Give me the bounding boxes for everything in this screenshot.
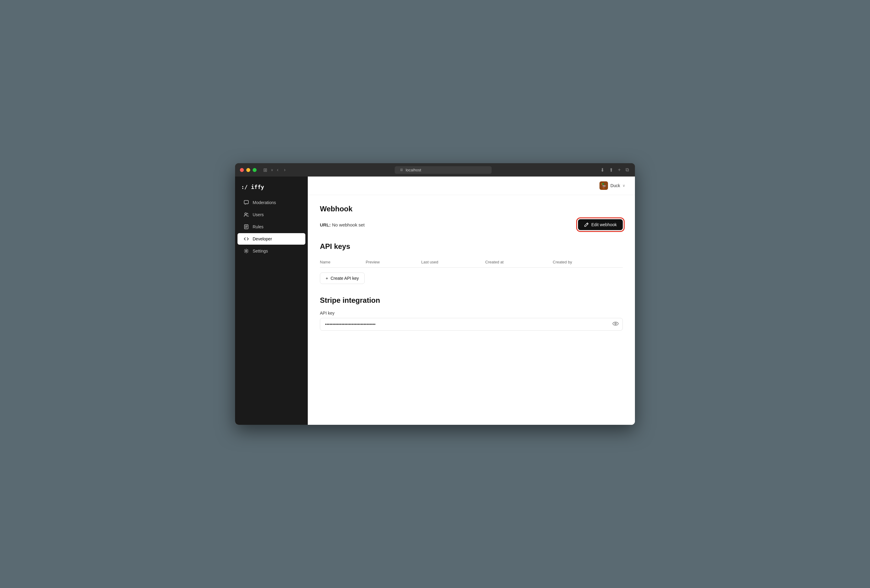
col-last-used: Last used <box>421 257 485 268</box>
user-name: Duck <box>611 183 620 188</box>
tabs-icon[interactable]: ⧉ <box>624 166 630 174</box>
close-button[interactable] <box>240 168 244 172</box>
api-keys-title: API keys <box>320 242 623 251</box>
monitor-icon: 🖥 <box>399 168 403 172</box>
sidebar-item-label: Moderations <box>253 200 276 205</box>
sidebar-toggle-button[interactable]: ⊞ <box>261 166 269 174</box>
title-bar-actions: ⬇ ⬆ + ⧉ <box>599 166 630 174</box>
chevron-down-icon: ∨ <box>271 168 273 172</box>
title-bar: ⊞ ∨ ‹ › 🖥 localhost ⬇ ⬆ + ⧉ <box>235 163 635 177</box>
sidebar-item-label: Developer <box>253 237 272 241</box>
webhook-url-value: No webhook set <box>332 222 365 228</box>
col-preview: Preview <box>366 257 421 268</box>
svg-point-1 <box>245 213 247 215</box>
webhook-section: Webhook URL: No webhook set Edit webhook <box>320 205 623 230</box>
forward-button[interactable]: › <box>282 166 287 174</box>
sidebar: :/ iffy Moderations <box>235 177 308 425</box>
address-bar[interactable]: 🖥 localhost <box>395 166 492 174</box>
create-api-key-button[interactable]: + Create API key <box>320 272 365 284</box>
main-body: Webhook URL: No webhook set Edit webhook <box>308 195 635 353</box>
col-created-at: Created at <box>485 257 553 268</box>
sidebar-item-label: Users <box>253 212 264 217</box>
users-icon <box>244 212 249 217</box>
address-bar-container: 🖥 localhost <box>288 166 599 174</box>
gear-icon <box>244 248 249 254</box>
code-icon <box>244 236 249 242</box>
stripe-title: Stripe integration <box>320 296 623 305</box>
webhook-url-label: URL: <box>320 222 331 228</box>
sidebar-item-rules[interactable]: Rules <box>237 221 305 232</box>
sidebar-nav: Moderations Users <box>235 197 308 257</box>
user-menu[interactable]: 🦆 Duck ∨ <box>599 182 625 190</box>
table-header-row: Name Preview Last used Created at Create… <box>320 257 623 268</box>
svg-point-7 <box>613 322 618 325</box>
sidebar-item-label: Rules <box>253 224 264 229</box>
share-icon[interactable]: ⬆ <box>608 166 614 174</box>
sidebar-item-developer[interactable]: Developer <box>237 233 305 245</box>
api-keys-section: API keys Name Preview Last used Created … <box>320 242 623 284</box>
svg-point-6 <box>246 250 247 252</box>
app-logo: :/ iffy <box>235 182 308 196</box>
plus-icon: + <box>326 276 328 281</box>
api-key-label: API key <box>320 311 623 316</box>
edit-webhook-label: Edit webhook <box>591 222 617 227</box>
api-keys-table: Name Preview Last used Created at Create… <box>320 257 623 268</box>
main-header: 🦆 Duck ∨ <box>308 177 635 195</box>
webhook-url-text: URL: No webhook set <box>320 222 365 228</box>
back-button[interactable]: ‹ <box>275 166 280 174</box>
avatar: 🦆 <box>599 182 608 190</box>
app-content: :/ iffy Moderations <box>235 177 635 425</box>
create-api-key-label: Create API key <box>331 276 359 281</box>
main-content: 🦆 Duck ∨ Webhook URL: No webhook set <box>308 177 635 425</box>
edit-webhook-button[interactable]: Edit webhook <box>578 219 623 230</box>
webhook-title: Webhook <box>320 205 623 213</box>
minimize-button[interactable] <box>246 168 250 172</box>
show-password-icon[interactable] <box>612 321 618 328</box>
download-icon[interactable]: ⬇ <box>599 166 606 174</box>
sidebar-item-settings[interactable]: Settings <box>237 245 305 257</box>
stripe-api-key-input[interactable] <box>320 318 623 330</box>
new-tab-icon[interactable]: + <box>617 166 622 174</box>
traffic-lights <box>240 168 256 172</box>
stripe-section: Stripe integration API key <box>320 296 623 330</box>
browser-window: ⊞ ∨ ‹ › 🖥 localhost ⬇ ⬆ + ⧉ :/ iffy <box>235 163 635 425</box>
api-key-input-wrapper <box>320 318 623 330</box>
address-text: localhost <box>406 168 421 172</box>
api-keys-table-head: Name Preview Last used Created at Create… <box>320 257 623 268</box>
svg-point-8 <box>615 323 617 324</box>
svg-rect-0 <box>244 201 249 204</box>
nav-controls: ⊞ ∨ ‹ › <box>261 166 288 174</box>
edit-icon <box>584 222 589 227</box>
webhook-row: URL: No webhook set Edit webhook <box>320 219 623 230</box>
rules-icon <box>244 224 249 229</box>
sidebar-item-moderations[interactable]: Moderations <box>237 197 305 208</box>
chevron-down-icon: ∨ <box>623 183 625 188</box>
sidebar-item-users[interactable]: Users <box>237 209 305 220</box>
sidebar-item-label: Settings <box>253 249 268 253</box>
maximize-button[interactable] <box>253 168 256 172</box>
chat-icon <box>244 200 249 205</box>
col-name: Name <box>320 257 366 268</box>
col-created-by: Created by <box>553 257 623 268</box>
